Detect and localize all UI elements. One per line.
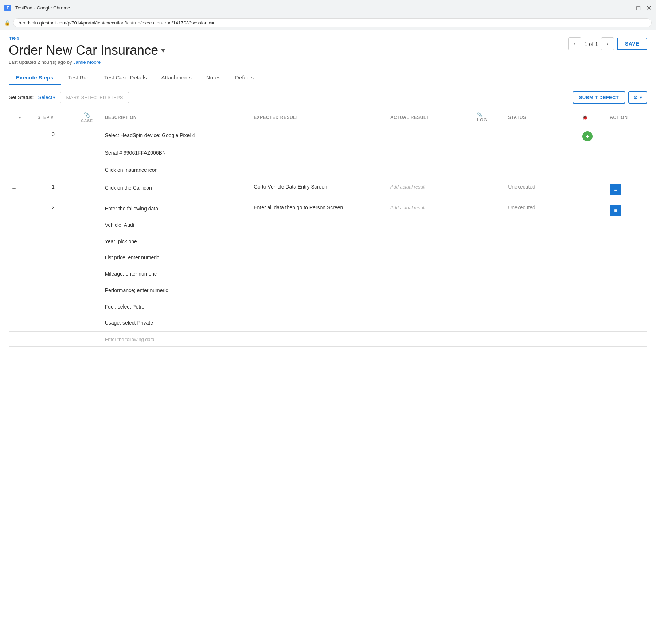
tab-attachments[interactable]: Attachments bbox=[154, 71, 199, 85]
row1-status: Unexecuted bbox=[505, 179, 579, 200]
row0-attach-cell bbox=[72, 127, 102, 179]
row2-status: Unexecuted bbox=[505, 200, 579, 331]
table-row: 1 Click on the Car icon Go to Vehicle Da… bbox=[9, 179, 647, 200]
next-button[interactable]: › bbox=[601, 37, 614, 50]
gear-icon: ⚙ bbox=[633, 94, 638, 100]
browser-title: TestPad - Google Chrome bbox=[15, 5, 70, 11]
toolbar: Set Status: Select ▾ MARK SELECTED STEPS… bbox=[9, 85, 647, 108]
bottom-hint: Enter the following data: bbox=[102, 331, 251, 346]
row1-action-button[interactable]: ≡ bbox=[610, 184, 621, 195]
table-row: 0 Select HeadSpin device: Google Pixel 4… bbox=[9, 127, 647, 179]
col-header-attach: 📎 CASE bbox=[72, 108, 102, 127]
row1-actual[interactable]: Add actual result. bbox=[387, 179, 474, 200]
checkbox-caret-icon[interactable]: ▾ bbox=[19, 116, 21, 120]
row0-action bbox=[607, 127, 647, 179]
row1-description: Click on the Car icon bbox=[102, 179, 251, 200]
row2-checkbox[interactable] bbox=[12, 205, 16, 209]
row0-status bbox=[505, 127, 579, 179]
table-header-row: ▾ STEP # 📎 CASE DESCRIPTION bbox=[9, 108, 647, 127]
select-caret-icon: ▾ bbox=[53, 94, 55, 100]
gear-caret-icon: ▾ bbox=[640, 94, 642, 100]
col-header-actual: ACTUAL RESULT bbox=[387, 108, 474, 127]
page-title-text: Order New Car Insurance bbox=[9, 43, 158, 58]
table-row: 2 Enter the following data: Vehicle: Aud… bbox=[9, 200, 647, 331]
row2-checkbox-cell bbox=[9, 200, 35, 331]
tr-label: TR-1 bbox=[9, 36, 165, 41]
row1-log bbox=[474, 179, 505, 200]
tab-execute-steps[interactable]: Execute Steps bbox=[9, 71, 61, 85]
row2-log bbox=[474, 200, 505, 331]
browser-title-bar: T TestPad - Google Chrome − □ ✕ bbox=[0, 0, 656, 16]
col-header-description: DESCRIPTION bbox=[102, 108, 251, 127]
submit-defect-button[interactable]: SUBMIT DEFECT bbox=[573, 91, 625, 104]
row0-expected bbox=[251, 127, 387, 179]
steps-table: ▾ STEP # 📎 CASE DESCRIPTION bbox=[9, 108, 647, 347]
row0-bug: + bbox=[579, 127, 607, 179]
last-updated: Last updated 2 hour(s) ago by Jamie Moor… bbox=[9, 59, 165, 65]
header-right: ‹ 1 of 1 › SAVE bbox=[568, 36, 647, 50]
row2-bug bbox=[579, 200, 607, 331]
minimize-button[interactable]: − bbox=[627, 5, 631, 11]
select-button[interactable]: Select ▾ bbox=[38, 94, 55, 100]
maximize-button[interactable]: □ bbox=[636, 5, 640, 11]
col-header-case-label: CASE bbox=[81, 119, 93, 123]
browser-address-bar: 🔒 headspin.qtestnet.com/p/7014/portal/te… bbox=[0, 16, 656, 30]
tab-test-run[interactable]: Test Run bbox=[61, 71, 97, 85]
row0-add-button[interactable]: + bbox=[582, 131, 593, 141]
app-container: TR-1 Order New Car Insurance ▾ Last upda… bbox=[0, 30, 656, 353]
toolbar-right: SUBMIT DEFECT ⚙ ▾ bbox=[573, 91, 647, 104]
row2-action-button[interactable]: ≡ bbox=[610, 205, 621, 216]
row0-description: Select HeadSpin device: Google Pixel 4 S… bbox=[102, 127, 251, 179]
col-header-status: STATUS bbox=[505, 108, 579, 127]
mark-steps-button[interactable]: MARK SELECTED STEPS bbox=[60, 92, 129, 103]
tab-test-case-details[interactable]: Test Case Details bbox=[97, 71, 154, 85]
col-header-log: 📎LOG bbox=[474, 108, 505, 127]
row0-log bbox=[474, 127, 505, 179]
row2-actual[interactable]: Add actual result. bbox=[387, 200, 474, 331]
prev-button[interactable]: ‹ bbox=[568, 37, 581, 50]
col-header-expected: EXPECTED RESULT bbox=[251, 108, 387, 127]
col-header-bug: 🐞 bbox=[579, 108, 607, 127]
row1-step-num: 1 bbox=[35, 179, 72, 200]
row2-expected: Enter all data then go to Person Screen bbox=[251, 200, 387, 331]
select-all-checkbox[interactable] bbox=[12, 115, 17, 120]
row1-action: ≡ bbox=[607, 179, 647, 200]
row1-attach-cell bbox=[72, 179, 102, 200]
page-title: Order New Car Insurance ▾ bbox=[9, 43, 165, 58]
row1-bug bbox=[579, 179, 607, 200]
header-section: TR-1 Order New Car Insurance ▾ Last upda… bbox=[9, 36, 647, 65]
author-link[interactable]: Jamie Moore bbox=[73, 59, 101, 65]
browser-icon: T bbox=[4, 5, 11, 11]
row1-checkbox[interactable] bbox=[12, 184, 16, 189]
bug-icon: 🐞 bbox=[582, 115, 588, 120]
tabs-bar: Execute Steps Test Run Test Case Details… bbox=[9, 71, 647, 85]
browser-controls: − □ ✕ bbox=[627, 5, 652, 11]
lock-icon: 🔒 bbox=[4, 20, 10, 26]
col-header-checkbox: ▾ bbox=[9, 108, 35, 127]
row0-actual bbox=[387, 127, 474, 179]
tab-notes[interactable]: Notes bbox=[199, 71, 228, 85]
col-header-step: STEP # bbox=[35, 108, 72, 127]
row1-checkbox-cell bbox=[9, 179, 35, 200]
row0-checkbox-cell bbox=[9, 127, 35, 179]
row2-attach-cell bbox=[72, 200, 102, 331]
page-counter: 1 of 1 bbox=[584, 41, 598, 47]
gear-dropdown-button[interactable]: ⚙ ▾ bbox=[628, 91, 647, 104]
steps-content-area: ▾ STEP # 📎 CASE DESCRIPTION bbox=[9, 108, 647, 347]
attach-paperclip-icon: 📎 bbox=[84, 112, 90, 118]
tab-defects[interactable]: Defects bbox=[228, 71, 261, 85]
col-header-action: ACTION bbox=[607, 108, 647, 127]
address-input[interactable]: headspin.qtestnet.com/p/7014/portal/test… bbox=[13, 18, 652, 27]
row2-description: Enter the following data: Vehicle: Audi … bbox=[102, 200, 251, 331]
set-status-label: Set Status: bbox=[9, 94, 34, 100]
title-caret-icon[interactable]: ▾ bbox=[161, 46, 165, 55]
row2-action: ≡ bbox=[607, 200, 647, 331]
save-button[interactable]: SAVE bbox=[617, 38, 647, 50]
header-left: TR-1 Order New Car Insurance ▾ Last upda… bbox=[9, 36, 165, 65]
row0-step-num: 0 bbox=[35, 127, 72, 179]
row1-expected: Go to Vehicle Data Entry Screen bbox=[251, 179, 387, 200]
close-button[interactable]: ✕ bbox=[646, 5, 652, 11]
table-row-hint: Enter the following data: bbox=[9, 331, 647, 346]
row2-step-num: 2 bbox=[35, 200, 72, 331]
